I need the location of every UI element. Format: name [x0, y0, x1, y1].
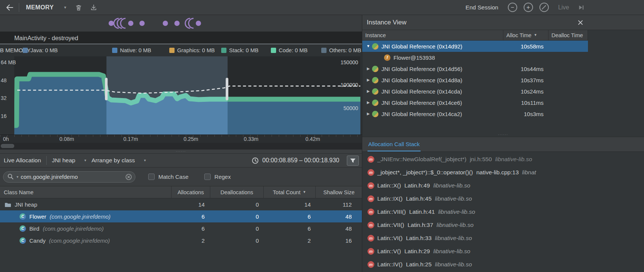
column-alloc-time[interactable]: Alloc Time▼	[503, 30, 548, 40]
stack-frame[interactable]: m Latin::X() Latin.h:49 libnative-lib.so	[362, 179, 644, 192]
zoom-out-button[interactable]: −	[508, 3, 517, 12]
stack-frame[interactable]: m Latin::VI() Latin.h:33 libnative-lib.s…	[362, 231, 644, 245]
go-to-live-button[interactable]	[576, 2, 587, 13]
table-row-bird[interactable]: C Bird (com.google.jnirefdemo) 6 0 6 48	[0, 222, 362, 234]
table-row-candy[interactable]: C Candy (com.google.jnirefdemo) 2 0 2 16	[0, 234, 362, 246]
search-options-caret-icon[interactable]: ▾	[17, 175, 18, 179]
deallocations-value: 0	[210, 237, 263, 244]
stack-frame[interactable]: m Latin::IX() Latin.h:45 libnative-lib.s…	[362, 192, 644, 205]
frame-method: Latin::IX()	[377, 195, 402, 202]
y-axis-right-label: 50000	[343, 105, 358, 111]
stack-swatch	[221, 48, 226, 53]
export-session-button[interactable]	[88, 2, 99, 13]
drag-grip-icon: ∙∙∙∙∙∙	[176, 150, 186, 153]
column-shallow-size[interactable]: Shallow Size	[315, 186, 362, 198]
column-allocations[interactable]: Allocations	[171, 186, 210, 198]
frame-module: libnative-lib.so	[435, 235, 472, 242]
match-case-option: Match Case	[148, 174, 188, 180]
instance-row[interactable]: ▶ JNI Global Reference (0x14d8a) 10s37ms	[362, 74, 588, 86]
live-button[interactable]: Live	[558, 4, 569, 11]
selection-handle-left[interactable]	[105, 78, 108, 100]
time-tick: 0.42m	[305, 136, 320, 142]
class-icon: C	[20, 237, 26, 244]
table-row-flower[interactable]: C Flower (com.google.jnirefdemo) 6 0 6 4…	[0, 210, 362, 222]
column-dealloc-time[interactable]: Dealloc Time	[548, 30, 588, 40]
instance-row[interactable]: ▶ JNI Global Reference (0x14ca2) 10s3ms	[362, 108, 588, 119]
filter-toggle-button[interactable]	[347, 156, 359, 166]
instance-child-row[interactable]: f Flower@153938	[362, 52, 588, 63]
stack-frame[interactable]: m Latin::VIII() Latin.h:41 libnative-lib…	[362, 205, 644, 218]
main-split: MainActivity - destroyed B MEMORY Java: …	[0, 15, 644, 272]
heap-selector[interactable]: JNI heap ▾	[52, 157, 86, 164]
search-input[interactable]	[21, 174, 123, 180]
alloc-time-value: 10s3ms	[503, 111, 548, 117]
memory-profiler-window: MEMORY ▾ End Session − + Live	[0, 0, 644, 272]
user-event-track[interactable]	[0, 15, 362, 32]
regex-checkbox[interactable]	[204, 174, 211, 180]
session-selector[interactable]: MEMORY ▾	[23, 4, 69, 11]
y-axis-label: 64 MB	[1, 59, 16, 65]
instance-row[interactable]: ▶ JNI Global Reference (0x14d56) 10s44ms	[362, 63, 588, 74]
stack-frame[interactable]: m _jobject*, _jobject*)::$_0::operator()…	[362, 166, 644, 179]
column-total-count[interactable]: Total Count▼	[263, 186, 315, 198]
expand-toggle[interactable]: ▶	[362, 89, 372, 93]
timeline-scrollbar-track[interactable]	[0, 143, 362, 150]
instance-table-body: ▼ JNI Global Reference (0x14d92) 10s58ms…	[362, 41, 644, 119]
frame-module: libnative-lib.so	[437, 222, 474, 228]
expand-toggle[interactable]: ▶	[362, 101, 372, 104]
end-session-button[interactable]: End Session	[466, 4, 498, 11]
zoom-in-button[interactable]: +	[524, 3, 533, 12]
chevron-down-icon: ▾	[64, 6, 66, 9]
column-class-name[interactable]: Class Name	[0, 186, 171, 198]
search-field[interactable]: ▾	[3, 171, 135, 183]
reset-zoom-button[interactable]	[539, 3, 549, 12]
frame-location: native-lib.cpp:13	[476, 169, 519, 176]
close-button[interactable]	[577, 20, 583, 26]
instance-row[interactable]: ▶ JNI Global Reference (0x14cda) 10s24ms	[362, 86, 588, 97]
stack-frame[interactable]: m Latin::VII() Latin.h:37 libnative-lib.…	[362, 218, 644, 231]
stack-frame[interactable]: m _JNIEnv::NewGlobalRef(_jobject*) jni.h…	[362, 153, 644, 166]
arrange-selector[interactable]: Arrange by class ▾	[91, 157, 146, 164]
alloc-time-value: 10s11ms	[503, 100, 548, 106]
memory-plot-area[interactable]: 64 MB 48 32 16 150000 100000 50000	[0, 56, 362, 134]
frame-location: jni.h:550	[470, 156, 492, 163]
horizontal-splitter[interactable]: ∙∙∙∙∙∙	[362, 132, 644, 137]
table-row-jni-heap[interactable]: JNI heap 14 0 14 112	[0, 198, 362, 210]
jni-global-ref-icon	[372, 111, 378, 117]
delete-session-button[interactable]	[73, 2, 84, 13]
timeline-scrollbar-thumb[interactable]	[1, 144, 14, 148]
y-axis-right-label: 150000	[340, 59, 358, 65]
frame-module: libnative-lib.so	[433, 182, 470, 189]
expand-toggle[interactable]: ▶	[362, 78, 372, 82]
horizontal-splitter[interactable]: ∙∙∙∙∙∙	[0, 150, 362, 153]
tab-allocation-call-stack[interactable]: Allocation Call Stack	[368, 141, 421, 151]
session-label: MEMORY	[26, 4, 54, 11]
column-instance[interactable]: Instance	[362, 30, 503, 40]
column-deallocations[interactable]: Deallocations	[210, 186, 263, 198]
clear-search-button[interactable]	[125, 174, 132, 180]
call-stack-tabbar: Allocation Call Stack	[362, 137, 644, 152]
instance-row[interactable]: ▼ JNI Global Reference (0x14d92) 10s58ms	[362, 41, 588, 52]
class-name: Candy	[29, 237, 46, 244]
selection-region[interactable]	[106, 56, 228, 134]
alloc-time-value: 10s37ms	[503, 77, 548, 83]
selection-handle-right[interactable]	[226, 78, 228, 100]
time-axis: 0h 0.08m 0.17m 0.25m 0.33m 0.42m	[0, 134, 362, 143]
legend-java: Java: 0 MB	[23, 47, 58, 53]
stack-frame[interactable]: m Latin::IV() Latin.h:25 libnative-lib.s…	[362, 258, 644, 271]
back-button[interactable]	[4, 2, 15, 13]
allocation-toolbar: Live Allocation JNI heap ▾ Arrange by cl…	[0, 153, 362, 168]
frame-method: Latin::IV()	[377, 261, 402, 268]
instance-view-pane: Instance View Instance Alloc Time▼ Deall…	[362, 15, 644, 272]
allocations-value: 6	[171, 225, 210, 232]
stack-frame[interactable]: m Latin::V() Latin.h:29 libnative-lib.so	[362, 245, 644, 258]
instance-row[interactable]: ▶ JNI Global Reference (0x14ce6) 10s11ms	[362, 97, 588, 108]
time-tick: 0.17m	[123, 136, 138, 142]
clear-icon	[125, 174, 132, 180]
expand-toggle[interactable]: ▶	[362, 112, 372, 116]
expand-toggle[interactable]: ▼	[362, 44, 372, 48]
expand-toggle[interactable]: ▶	[362, 67, 372, 71]
match-case-checkbox[interactable]	[148, 174, 155, 180]
total-count-value: 6	[263, 213, 315, 220]
shallow-size-value: 112	[315, 201, 362, 208]
